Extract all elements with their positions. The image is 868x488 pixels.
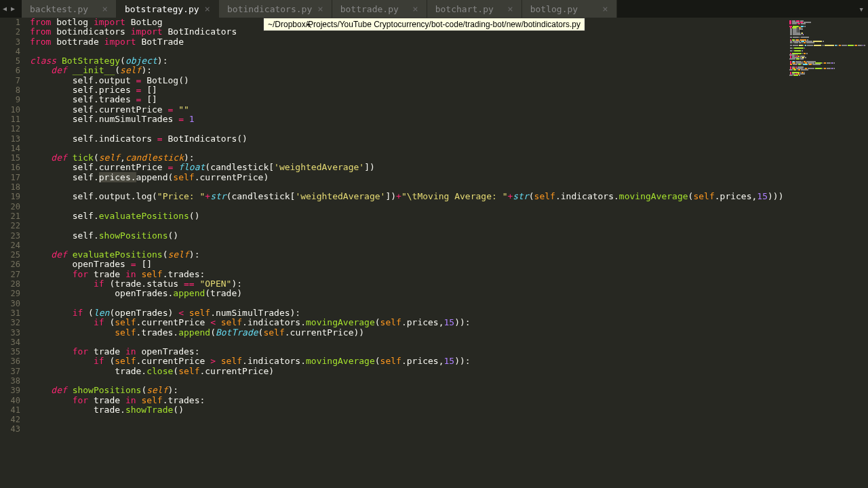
code-line[interactable] — [30, 144, 787, 153]
line-number: 21 — [0, 211, 20, 221]
line-number: 36 — [0, 357, 20, 366]
code-line[interactable]: self.prices.append(self.currentPrice) — [30, 173, 787, 182]
line-number: 29 — [0, 289, 20, 298]
code-line[interactable] — [30, 202, 787, 211]
code-line[interactable]: self.output.log("Price: "+str(candlestic… — [30, 192, 787, 201]
close-icon[interactable]: × — [507, 3, 513, 14]
tab-label: botindicators.py — [227, 4, 312, 14]
code-line[interactable]: self.currentPrice = float(candlestick['w… — [30, 163, 787, 172]
line-number-gutter[interactable]: 1234567891011121314151617181920212223242… — [0, 18, 27, 488]
line-number: 26 — [0, 260, 20, 269]
close-icon[interactable]: × — [602, 3, 608, 14]
tab-botlog-py[interactable]: botlog.py× — [522, 0, 617, 18]
line-number: 37 — [0, 367, 20, 376]
line-number: 5 — [0, 56, 20, 66]
code-line[interactable] — [30, 124, 787, 134]
code-line[interactable]: if (len(openTrades) < self.numSimulTrade… — [30, 308, 787, 318]
line-number: 11 — [0, 115, 20, 124]
code-line[interactable]: self.prices = [] — [30, 85, 787, 95]
close-icon[interactable]: × — [102, 3, 108, 14]
code-line[interactable]: for trade in self.trades: — [30, 270, 787, 279]
tab-botindicators-py[interactable]: botindicators.py× — [219, 0, 332, 18]
mouse-cursor-icon: ↖ — [307, 19, 312, 30]
code-line[interactable]: def __init__(self): — [30, 66, 787, 75]
code-line[interactable]: if (self.currentPrice < self.indicators.… — [30, 318, 787, 327]
code-line[interactable]: self.showPositions() — [30, 231, 787, 241]
nav-arrows: ◀ ▶ — [0, 5, 22, 13]
code-line[interactable]: from bottrade import BotTrade — [30, 37, 787, 47]
line-number: 1 — [0, 18, 20, 27]
code-line[interactable]: self.output = BotLog() — [30, 76, 787, 85]
line-number: 30 — [0, 299, 20, 308]
code-line[interactable] — [30, 47, 787, 56]
line-number: 39 — [0, 386, 20, 395]
code-line[interactable]: def evaluatePositions(self): — [30, 250, 787, 260]
code-line[interactable]: openTrades.append(trade) — [30, 289, 787, 298]
code-line[interactable]: if (trade.status == "OPEN"): — [30, 279, 787, 289]
line-number: 31 — [0, 308, 20, 318]
close-icon[interactable]: × — [205, 3, 210, 14]
code-line[interactable]: def tick(self,candlestick): — [30, 153, 787, 163]
code-line[interactable] — [30, 338, 787, 347]
close-icon[interactable]: × — [412, 3, 418, 14]
line-number: 16 — [0, 163, 20, 172]
line-number: 33 — [0, 328, 20, 338]
line-number: 38 — [0, 376, 20, 386]
line-number: 12 — [0, 124, 20, 134]
tab-label: bottrade.py — [340, 4, 399, 14]
line-number: 15 — [0, 153, 20, 163]
code-line[interactable]: self.currentPrice = "" — [30, 105, 787, 115]
code-line[interactable] — [30, 182, 787, 192]
line-number: 8 — [0, 85, 20, 95]
line-number: 28 — [0, 279, 20, 289]
code-line[interactable]: self.evaluatePositions() — [30, 211, 787, 221]
code-line[interactable]: self.trades = [] — [30, 95, 787, 104]
code-line[interactable] — [30, 376, 787, 386]
code-line[interactable] — [30, 221, 787, 230]
line-number: 17 — [0, 173, 20, 182]
line-number: 2 — [0, 27, 20, 37]
code-line[interactable]: self.trades.append(BotTrade(self.current… — [30, 328, 787, 338]
line-number: 6 — [0, 66, 20, 75]
code-line[interactable]: trade.showTrade() — [30, 405, 787, 415]
line-number: 3 — [0, 37, 20, 47]
code-line[interactable]: for trade in self.trades: — [30, 396, 787, 405]
tab-label: backtest.py — [30, 4, 88, 14]
line-number: 4 — [0, 47, 20, 56]
editor-layout: 1234567891011121314151617181920212223242… — [0, 18, 868, 488]
code-line[interactable] — [30, 415, 787, 424]
tab-dropdown-icon[interactable]: ▾ — [854, 4, 868, 14]
code-line[interactable] — [30, 241, 787, 250]
line-number: 32 — [0, 318, 20, 327]
code-line[interactable]: self.numSimulTrades = 1 — [30, 115, 787, 124]
code-line[interactable]: self.indicators = BotIndicators() — [30, 134, 787, 144]
tab-botchart-py[interactable]: botchart.py× — [427, 0, 522, 18]
close-icon[interactable]: × — [317, 3, 323, 14]
line-number: 40 — [0, 396, 20, 405]
line-number: 41 — [0, 405, 20, 415]
tab-backtest-py[interactable]: backtest.py× — [22, 0, 117, 18]
code-line[interactable]: def showPositions(self): — [30, 386, 787, 395]
code-line[interactable]: trade.close(self.currentPrice) — [30, 367, 787, 376]
line-number: 43 — [0, 424, 20, 434]
tab-label: botstrategy.py — [125, 4, 199, 14]
tab-label: botlog.py — [530, 4, 578, 14]
line-number: 27 — [0, 270, 20, 279]
code-line[interactable] — [30, 299, 787, 308]
line-number: 22 — [0, 221, 20, 230]
code-line[interactable]: for trade in openTrades: — [30, 347, 787, 357]
line-number: 13 — [0, 134, 20, 144]
code-editor[interactable]: from botlog import BotLogfrom botindicat… — [27, 18, 787, 488]
line-number: 7 — [0, 76, 20, 85]
minimap[interactable] — [787, 18, 868, 488]
tab-botstrategy-py[interactable]: botstrategy.py× — [117, 0, 219, 18]
line-number: 9 — [0, 95, 20, 104]
code-line[interactable] — [30, 424, 787, 434]
tab-bottrade-py[interactable]: bottrade.py× — [332, 0, 427, 18]
nav-forward-icon[interactable]: ▶ — [11, 5, 19, 13]
code-line[interactable]: class BotStrategy(object): — [30, 56, 787, 66]
line-number: 18 — [0, 182, 20, 192]
nav-back-icon[interactable]: ◀ — [3, 5, 11, 13]
code-line[interactable]: openTrades = [] — [30, 260, 787, 269]
code-line[interactable]: if (self.currentPrice > self.indicators.… — [30, 357, 787, 366]
